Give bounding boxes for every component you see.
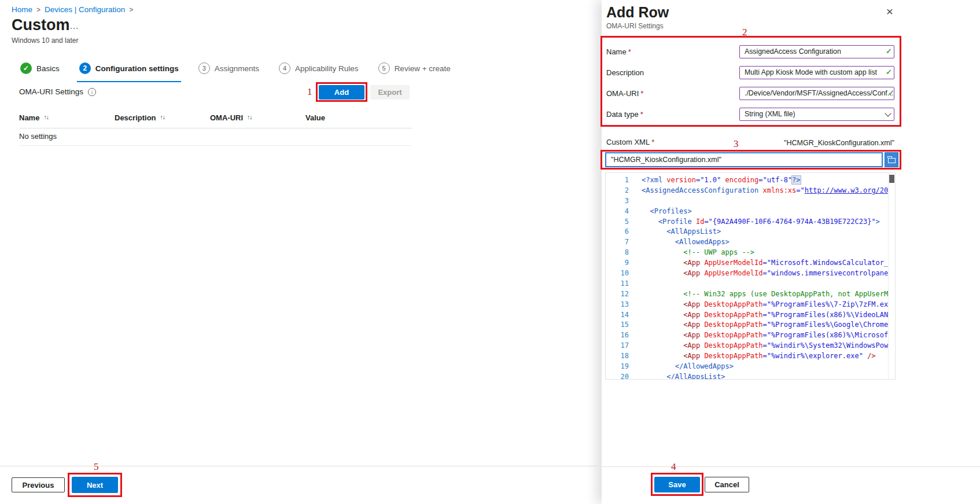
column-header-value: Value [305, 113, 325, 122]
column-label: Name [19, 113, 39, 122]
browse-file-button[interactable] [885, 152, 898, 167]
step-review-create[interactable]: 5 Review + create [377, 61, 452, 82]
valid-check-icon: ✓ [886, 68, 892, 76]
annotation-number-3: 3 [734, 138, 739, 150]
sort-icon: ↑↓ [247, 113, 252, 120]
table-empty-message: No settings [19, 132, 57, 141]
editor-scrollbar-thumb[interactable] [889, 175, 894, 183]
custom-xml-label: Custom XML* [606, 138, 654, 146]
breadcrumb-separator: > [36, 6, 40, 14]
breadcrumb-devices-configuration-link[interactable]: Devices | Configuration [45, 5, 125, 14]
form-row-oma-uri: OMA-URI* ./Device/Vendor/MSFT/AssignedAc… [606, 87, 896, 100]
data-type-select[interactable]: String (XML file) [739, 108, 894, 121]
next-button[interactable]: Next [72, 477, 118, 493]
form-row-data-type: Data type* String (XML file) [606, 108, 896, 121]
step-label: Basics [36, 64, 60, 73]
step-basics[interactable]: ✓ Basics [19, 61, 61, 82]
custom-xml-file-input[interactable]: "HCMGR_KioskConfiguration.xml" [605, 152, 883, 167]
editor-scrollbar-track [888, 173, 889, 379]
step-configuration-settings[interactable]: 2 Configuration settings [78, 61, 180, 82]
breadcrumb-home-link[interactable]: Home [12, 5, 32, 14]
previous-button[interactable]: Previous [12, 477, 65, 492]
oma-uri-input[interactable]: ./Device/Vendor/MSFT/AssignedAccess/Conf… [739, 87, 894, 100]
editor-code-area[interactable]: <?xml version="1.0" encoding="utf-8"?><A… [642, 175, 888, 379]
name-input[interactable]: AssignedAccess Configuration [739, 45, 894, 58]
column-header-oma-uri[interactable]: OMA-URI↑↓ [210, 113, 252, 122]
section-label: OMA-URI Settings [19, 87, 83, 96]
sort-icon: ↑↓ [43, 113, 49, 120]
cancel-button[interactable]: Cancel [705, 477, 749, 492]
breadcrumb-separator: > [129, 6, 133, 14]
field-label: Name* [606, 47, 631, 56]
footer-divider [0, 466, 597, 466]
add-button[interactable]: Add [319, 85, 364, 100]
wizard-steps: ✓ Basics 2 Configuration settings 3 Assi… [19, 61, 452, 82]
folder-icon [888, 158, 896, 163]
step-assignments[interactable]: 3 Assignments [197, 61, 260, 82]
field-label: Description [606, 68, 646, 77]
annotation-number-5: 5 [94, 461, 99, 473]
step-complete-check-icon: ✓ [20, 62, 32, 74]
close-icon[interactable]: × [883, 5, 897, 19]
add-row-panel: Add Row OMA-URI Settings × 2 Name* Assig… [602, 0, 980, 504]
step-number-badge: 4 [279, 62, 290, 74]
step-label: Assignments [215, 64, 259, 73]
table-row-divider [19, 145, 411, 146]
field-label: Data type* [606, 110, 643, 119]
page: Home>Devices | Configuration> Custom … W… [0, 0, 980, 504]
page-title: Custom [12, 16, 70, 34]
valid-check-icon: ✓ [888, 89, 894, 97]
table-header-divider [19, 128, 411, 128]
valid-check-icon: ✓ [886, 47, 892, 56]
column-label: Value [305, 113, 325, 122]
annotation-number-2: 2 [742, 27, 747, 38]
step-applicability-rules[interactable]: 4 Applicability Rules [278, 61, 360, 82]
step-label: Applicability Rules [295, 64, 359, 73]
info-icon[interactable]: i [88, 88, 96, 96]
step-number-badge: 5 [378, 62, 390, 74]
custom-xml-filename: "HCMGR_KioskConfiguration.xml" [784, 139, 894, 147]
step-label: Review + create [395, 64, 451, 73]
oma-uri-settings-section-label: OMA-URI Settings i [19, 87, 96, 96]
breadcrumb: Home>Devices | Configuration> [12, 5, 137, 14]
editor-line-numbers: 1234567891011121314151617181920 [606, 175, 629, 382]
column-header-name[interactable]: Name↑↓ [19, 113, 49, 122]
more-actions-button[interactable]: … [69, 21, 79, 31]
save-button[interactable]: Save [654, 477, 700, 492]
export-button[interactable]: Export [370, 85, 410, 100]
step-label: Configuration settings [95, 64, 179, 73]
form-row-description: Description Multi App Kiosk Mode with cu… [606, 66, 896, 79]
step-number-badge: 3 [198, 62, 210, 74]
panel-subtitle: OMA-URI Settings [606, 22, 664, 30]
step-number-badge: 2 [79, 62, 91, 74]
page-subtitle: Windows 10 and later [12, 36, 78, 45]
xml-editor[interactable]: 1234567891011121314151617181920 <?xml ve… [605, 172, 896, 380]
annotation-number-1: 1 [307, 86, 312, 98]
description-input[interactable]: Multi App Kiosk Mode with custom app lis… [739, 66, 894, 79]
form-row-name: Name* AssignedAccess Configuration ✓ [606, 45, 896, 58]
panel-footer-divider [602, 466, 980, 467]
sort-icon: ↑↓ [160, 113, 165, 120]
column-label: OMA-URI [210, 113, 243, 122]
field-label: OMA-URI* [606, 89, 643, 98]
panel-title: Add Row [606, 4, 669, 21]
column-label: Description [115, 113, 156, 122]
annotation-number-4: 4 [671, 461, 676, 473]
column-header-description[interactable]: Description↑↓ [115, 113, 165, 122]
